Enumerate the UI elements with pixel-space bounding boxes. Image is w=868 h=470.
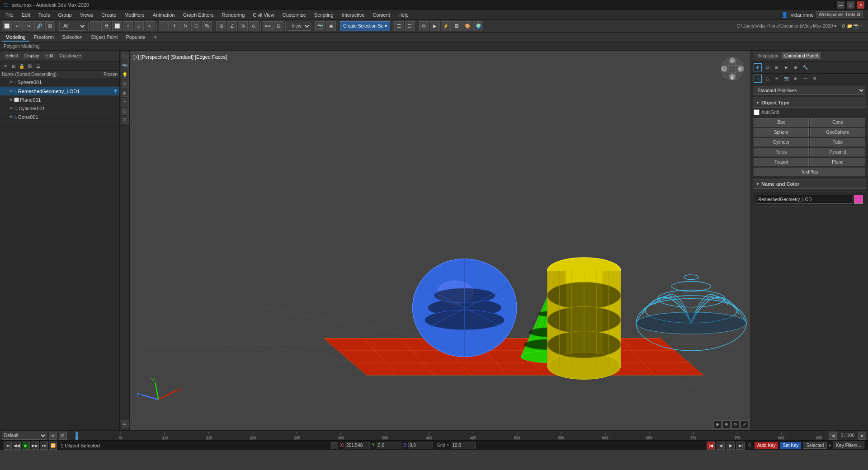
menu-file[interactable]: File: [2, 11, 17, 19]
standard-primitives-dropdown[interactable]: Standard Primitives: [754, 86, 865, 95]
btn-torus[interactable]: Torus: [754, 148, 809, 156]
snap-toggle-btn[interactable]: ⊞: [216, 21, 226, 31]
zoom-btn[interactable]: ⊕: [713, 420, 722, 428]
viewport-gizmo[interactable]: T B L R: [719, 55, 746, 82]
populate-tab[interactable]: Populate: [122, 33, 149, 42]
first-frame-btn[interactable]: |◀: [707, 442, 715, 450]
menu-civil-view[interactable]: Civil View: [249, 11, 278, 19]
x-input[interactable]: [345, 442, 370, 449]
mirror-btn[interactable]: ⟺: [263, 21, 273, 31]
layer-btn[interactable]: ☷: [405, 21, 415, 31]
fence-select-btn[interactable]: △: [134, 21, 144, 31]
view-dropdown[interactable]: View: [288, 22, 311, 31]
shapes-icon[interactable]: △: [763, 75, 771, 83]
viewport[interactable]: [+] [Perspective] [Standard] [Edged Face…: [130, 51, 750, 430]
se-link-btn[interactable]: ⛓: [26, 62, 33, 70]
systems-icon[interactable]: ⚙: [811, 75, 819, 83]
select-tool-btn[interactable]: ⬜: [2, 21, 12, 31]
last-frame-btn[interactable]: ▶|: [736, 442, 745, 450]
percent-snap-btn[interactable]: %: [202, 21, 212, 31]
modify-icon[interactable]: ⊡: [763, 63, 771, 71]
select-name-btn[interactable]: H: [101, 21, 111, 31]
maximize-button[interactable]: □: [847, 1, 854, 9]
z-input[interactable]: [408, 442, 433, 449]
tab-simplygon[interactable]: Simplygon: [755, 52, 781, 59]
tab-select[interactable]: Select: [3, 52, 21, 59]
next-frame-btn[interactable]: ⏭: [40, 442, 48, 450]
lasso-select-btn[interactable]: ∿: [145, 21, 155, 31]
link-btn[interactable]: 🔗: [34, 21, 44, 31]
btn-cone[interactable]: Cone: [810, 118, 865, 127]
menu-animation[interactable]: Animation: [149, 11, 179, 19]
filter-dropdown[interactable]: All: [59, 22, 86, 31]
select-btn[interactable]: ⬛: [90, 21, 100, 31]
menu-rendering[interactable]: Rendering: [218, 11, 249, 19]
create-icon[interactable]: ✚: [754, 63, 762, 71]
transform-gizmo-btn[interactable]: [331, 442, 338, 449]
vert-snap-icon[interactable]: ⊡: [121, 107, 129, 115]
timeline-right-btn[interactable]: ▶: [858, 432, 866, 440]
move-btn[interactable]: ✛: [170, 21, 179, 31]
btn-teapot[interactable]: Teapot: [754, 158, 809, 166]
geometry-icon[interactable]: ○: [754, 75, 762, 83]
layer-mgr-btn[interactable]: ☰: [49, 432, 57, 440]
hierarchy-icon[interactable]: ⊞: [773, 63, 781, 71]
menu-scripting[interactable]: Scripting: [311, 11, 337, 19]
lights-icon[interactable]: ☀: [773, 75, 781, 83]
menu-edit[interactable]: Edit: [18, 11, 34, 19]
spacewarps-icon[interactable]: 〜: [801, 75, 809, 83]
selected-dropdown[interactable]: ▾: [829, 443, 831, 448]
named-sel-btn[interactable]: ☰: [394, 21, 404, 31]
orbit-btn[interactable]: ↻: [731, 420, 740, 428]
autogrid-checkbox[interactable]: [754, 109, 760, 115]
menu-views[interactable]: Views: [76, 11, 97, 19]
spinner-snap-btn[interactable]: ⊙: [249, 21, 259, 31]
camera-btn[interactable]: 📷: [315, 21, 325, 31]
vert-filter-icon[interactable]: ⧖: [121, 116, 129, 124]
menu-group[interactable]: Group: [54, 11, 75, 19]
menu-interactive[interactable]: Interactive: [338, 11, 368, 19]
vert-display-icon[interactable]: ◉: [121, 89, 129, 97]
btn-tube[interactable]: Tube: [810, 138, 865, 146]
quick-render-btn[interactable]: ⚡: [441, 21, 451, 31]
y-input[interactable]: [377, 442, 401, 449]
prev-key-btn[interactable]: ◀◀: [13, 442, 21, 450]
modeling-tab[interactable]: Modeling: [2, 33, 29, 42]
helpers-icon[interactable]: ⊕: [792, 75, 800, 83]
loop-btn[interactable]: 🔁: [49, 442, 57, 450]
se-close-btn[interactable]: ✕: [2, 62, 9, 70]
timeline-left-btn[interactable]: ◀: [829, 432, 837, 440]
btn-plane[interactable]: Plane: [810, 158, 865, 166]
menu-tools[interactable]: Tools: [35, 11, 54, 19]
auto-key-btn[interactable]: Auto Key: [755, 442, 778, 449]
se-expand-btn[interactable]: ⊞: [10, 62, 17, 70]
vert-layers-icon[interactable]: ☰: [121, 420, 129, 428]
se-lock-btn[interactable]: 🔒: [18, 62, 25, 70]
angle-snap-btn[interactable]: ∠: [227, 21, 237, 31]
vert-hierarchy-icon[interactable]: ⊞: [121, 80, 129, 88]
object-type-header[interactable]: Object Type: [753, 98, 866, 108]
timeline-container[interactable]: 0 5 10 15 20 25 30 35 40 45 50 55 60 65 …: [71, 432, 825, 440]
scene-item-cylinder001[interactable]: 👁 ⬡ Cylinder001: [0, 104, 119, 113]
tab-customize[interactable]: Customize: [57, 52, 84, 59]
render-setup-btn[interactable]: ⚙: [419, 21, 429, 31]
rect-select-btn[interactable]: ⬜: [112, 21, 122, 31]
key-filters-btn[interactable]: Key Filters...: [833, 442, 864, 449]
btn-textplus[interactable]: TextPlus: [754, 168, 865, 176]
rotate-btn[interactable]: ↻: [180, 21, 190, 31]
menu-help[interactable]: Help: [395, 11, 412, 19]
material-btn[interactable]: ◉: [326, 21, 336, 31]
layer-dropdown[interactable]: Default: [2, 432, 47, 440]
object-paint-tab[interactable]: Object Paint: [87, 33, 122, 42]
sub-toolbar-btn[interactable]: ▾: [154, 34, 157, 40]
selection-tab[interactable]: Selection: [58, 33, 86, 42]
menu-graph-editors[interactable]: Graph Editors: [179, 11, 217, 19]
utilities-icon[interactable]: 🔧: [801, 63, 809, 71]
percent-snap2-btn[interactable]: %: [238, 21, 248, 31]
pan-btn[interactable]: ✥: [722, 420, 731, 428]
btn-geosphere[interactable]: GeoSphere: [810, 128, 865, 136]
cameras-icon[interactable]: 📷: [782, 75, 790, 83]
circle-select-btn[interactable]: ○: [123, 21, 133, 31]
tab-edit[interactable]: Edit: [43, 52, 56, 59]
display-icon[interactable]: ◉: [792, 63, 800, 71]
